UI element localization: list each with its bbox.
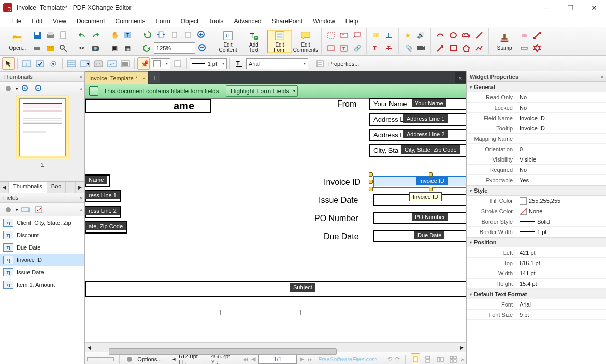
tab-scroll-left[interactable]: ◀ [0,182,9,193]
sound-icon[interactable]: 🔊 [415,29,427,41]
property-row[interactable]: Stroke ColorNone [467,206,606,216]
menu-form[interactable]: Form [152,17,175,26]
property-row[interactable]: Left421 pt [467,247,606,258]
polyline-icon[interactable] [473,42,485,54]
strikethrough-icon[interactable]: T [383,42,395,54]
rect-icon[interactable] [447,42,459,54]
area-icon[interactable]: ▣ [108,42,121,54]
highlight-box-icon[interactable]: T [338,42,350,54]
note-icon[interactable] [325,42,337,54]
document-icon[interactable] [57,29,69,41]
properties-icon[interactable] [314,57,326,70]
grid-icon[interactable]: ▦ [121,42,134,54]
minimize-button[interactable]: ─ [535,0,558,16]
close-button[interactable]: ✕ [582,0,606,16]
edit-comments-button[interactable]: EditComments [293,30,318,53]
line-icon[interactable] [473,29,485,41]
scan-icon[interactable] [44,29,56,41]
zoom-out-icon[interactable] [196,42,209,54]
polygon-icon[interactable] [460,42,472,54]
property-row[interactable]: RequiredNo [467,165,606,175]
burst-icon[interactable] [531,42,543,54]
fill-color-picker[interactable] [151,58,170,69]
menu-window[interactable]: Window [309,17,339,26]
status-options-icon[interactable] [125,353,134,365]
property-row[interactable]: Orientation0 [467,144,606,154]
new-tab-button[interactable]: + [149,72,160,83]
close-all-tabs-icon[interactable]: × [455,72,466,83]
measure-icon[interactable] [518,42,530,54]
close-fields-icon[interactable]: × [79,195,82,201]
edit-form-button[interactable]: EditForm [267,30,292,53]
cloud-icon[interactable] [460,29,472,41]
menu-file[interactable]: File [7,17,25,26]
field-item[interactable]: T|Due Date [0,241,84,254]
property-row[interactable]: Mapping Name [467,134,606,144]
menu-tools[interactable]: Tools [205,17,227,26]
close-tab-icon[interactable]: × [142,76,146,81]
field-item[interactable]: T|Client: City, State, Zip [0,216,84,229]
status-options-label[interactable]: Options... [137,356,162,362]
keep-mode-icon[interactable]: 📌 [137,57,150,70]
highlight-icon[interactable]: T [370,29,382,41]
last-page-icon[interactable]: ⏭ [307,356,313,362]
tab-thumbnails[interactable]: Thumbnails [9,182,47,193]
textbox-icon[interactable]: T [338,29,350,41]
tab-bookmarks[interactable]: Boo [47,182,66,193]
field-item[interactable]: T|Invoice ID [0,254,84,266]
oval-icon[interactable] [447,29,459,41]
fit-width-icon[interactable] [155,28,167,41]
nudge-left-icon[interactable]: ◂ [172,356,176,362]
layout-cont-icon[interactable] [423,353,432,365]
maximize-button[interactable]: ☐ [558,0,582,16]
typewriter-icon[interactable]: T [370,42,382,54]
property-section[interactable]: Default Text Format [467,289,606,299]
property-row[interactable]: Top616.1 pt [467,258,606,268]
text-field-icon[interactable]: T| [20,57,33,70]
barcode-field-icon[interactable] [119,57,132,70]
highlight-form-fields-button[interactable]: Highlight Form Fields [226,85,298,97]
redo-icon[interactable] [89,29,102,41]
menu-comments[interactable]: Comments [111,17,150,26]
menu-view[interactable]: View [49,17,70,26]
property-row[interactable]: Height15.4 pt [467,279,606,289]
rotate-ccw-icon[interactable] [141,28,154,41]
callout-icon[interactable] [351,29,363,41]
pointer-tool-icon[interactable] [2,57,15,70]
close-properties-icon[interactable]: × [601,74,604,80]
menu-object[interactable]: Object [177,17,203,26]
close-thumbnails-icon[interactable]: × [79,74,82,80]
print-icon[interactable] [31,42,44,54]
button-field-icon[interactable]: OK [92,57,105,70]
pencil-icon[interactable] [434,29,446,41]
property-row[interactable]: Border StyleSolid [467,216,606,227]
font-color-icon[interactable]: T [233,57,245,70]
thumb-zoomin-icon[interactable] [19,82,32,95]
radio-field-icon[interactable] [47,57,60,70]
property-row[interactable]: Read OnlyNo [467,92,606,103]
fields-view1-icon[interactable] [19,203,32,216]
stroke-color-picker[interactable] [171,57,184,70]
eraser-icon[interactable] [518,29,530,41]
subject-field[interactable] [85,281,466,297]
menu-edit[interactable]: Edit [27,17,47,26]
edit-content-button[interactable]: Ti EditContent [215,30,240,53]
search-icon[interactable] [57,42,69,54]
layout-single-icon[interactable] [411,353,420,365]
field-item[interactable]: T|Issue Date [0,266,84,279]
tab-scroll-right[interactable]: ▶ [75,182,84,193]
layout-two-icon[interactable] [436,353,445,365]
list-field-icon[interactable] [65,57,78,70]
undo-icon[interactable] [76,29,89,41]
rotate-cw-icon[interactable] [140,42,153,54]
property-row[interactable]: FontArial [467,299,606,310]
signature-field-icon[interactable] [106,57,118,70]
fields-view2-icon[interactable] [33,203,45,216]
thumb-zoomout-icon[interactable] [33,82,45,95]
zoom-in-icon[interactable] [195,28,208,41]
first-page-icon[interactable]: ⏮ [242,356,248,362]
hand-icon[interactable]: ✋ [108,29,121,41]
menu-document[interactable]: Document [73,17,109,26]
page-input[interactable]: 1/1 [258,355,297,364]
property-row[interactable]: Field NameInvoice ID [467,113,606,123]
